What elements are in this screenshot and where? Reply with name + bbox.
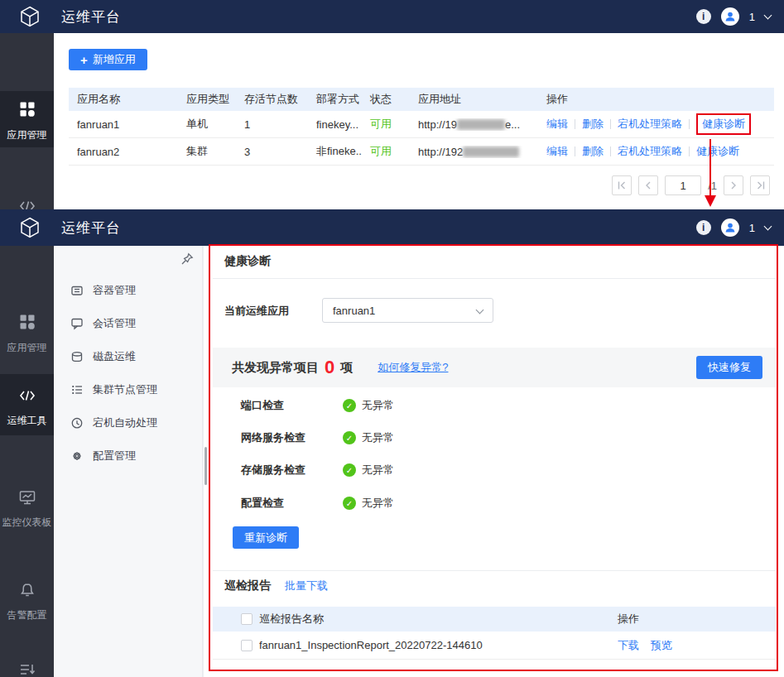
delete-link[interactable]: 删除 [582, 144, 604, 159]
report-title: 巡检报告 [224, 579, 271, 593]
table-row: fanruan1 单机 1 finekey... 可用 http://19e..… [69, 111, 774, 138]
node-count: 3 [236, 146, 308, 158]
col-header: 操作 [538, 92, 774, 107]
health-diagnosis-link[interactable]: 健康诊断 [696, 144, 739, 159]
first-page-button[interactable] [612, 175, 632, 195]
quick-fix-button[interactable]: 快速修复 [696, 356, 762, 379]
check-circle-icon: ✓ [343, 497, 356, 510]
app-select[interactable]: fanruan1 [322, 298, 493, 323]
sidebar-item-alert-config[interactable]: 告警配置 [0, 573, 54, 634]
submenu-item-cluster-node-management[interactable]: 集群节点管理 [54, 373, 203, 406]
row-checkbox[interactable] [241, 640, 253, 651]
abnormal-count: 0 [325, 357, 334, 378]
col-header: 存活节点数 [236, 92, 308, 107]
bottom-sidebar: 应用管理 运维工具 监控仪表板 告警配置 [0, 246, 54, 677]
check-label: 端口检查 [241, 398, 343, 413]
info-icon[interactable]: i [696, 9, 711, 24]
scrollbar-thumb[interactable] [204, 447, 207, 485]
app-list-content: + 新增应用 应用名称 应用类型 存活节点数 部署方式 状态 应用地址 操作 f… [54, 33, 784, 209]
submenu-item-disk-ops[interactable]: 磁盘运维 [54, 340, 203, 373]
logo-icon [18, 216, 41, 239]
rediagnose-button[interactable]: 重新诊断 [233, 526, 299, 549]
downtime-policy-link[interactable]: 宕机处理策略 [618, 144, 682, 159]
preview-link[interactable]: 预览 [651, 638, 672, 653]
batch-download-link[interactable]: 批量下载 [285, 579, 328, 593]
health-diagnosis-link[interactable]: 健康诊断 [702, 118, 745, 130]
page-input[interactable] [665, 175, 701, 195]
app-table: 应用名称 应用类型 存活节点数 部署方式 状态 应用地址 操作 fanruan1… [69, 88, 774, 166]
summary-unit: 项 [340, 360, 353, 376]
status-badge: 可用 [362, 144, 410, 159]
app-url: http://192 [410, 146, 538, 158]
user-avatar-icon[interactable] [721, 218, 739, 237]
health-diagnosis-view: 运维平台 i 1 应用管理 运维工具 [0, 209, 784, 677]
report-table: 巡检报告名称 操作 fanruan1_InspectionReport_2022… [213, 607, 776, 660]
sidebar-item-ops-tools[interactable]: 运维工具 [0, 374, 54, 435]
container-icon [70, 284, 84, 297]
col-header: 操作 [618, 612, 639, 627]
deploy-mode: 非fineke... [308, 144, 362, 159]
alert-bell-icon [19, 583, 36, 598]
grid-icon [19, 101, 36, 118]
app-url: http://19e... [410, 118, 538, 131]
page-title: 健康诊断 [224, 254, 271, 269]
user-avatar-icon[interactable] [721, 7, 739, 26]
report-header: 巡检报告 批量下载 [224, 579, 328, 593]
session-icon [70, 317, 84, 330]
delete-link[interactable]: 删除 [582, 117, 604, 132]
disk-icon [70, 350, 84, 363]
table-header: 应用名称 应用类型 存活节点数 部署方式 状态 应用地址 操作 [69, 88, 774, 111]
divider [213, 570, 776, 571]
summary-bar: 共发现异常项目 0 项 如何修复异常? 快速修复 [213, 348, 776, 387]
submenu-list: 容器管理 会话管理 磁盘运维 集群节点管理 宕机自动处理 [54, 274, 203, 473]
user-count: 1 [749, 222, 755, 234]
check-row: 存储服务检查 ✓ 无异常 [241, 460, 394, 480]
chevron-down-icon[interactable] [764, 222, 772, 230]
status-badge: 可用 [362, 117, 410, 132]
row-operations: 编辑 删除 宕机处理策略 健康诊断 [538, 144, 774, 159]
check-circle-icon: ✓ [343, 463, 356, 477]
submenu-item-config-management[interactable]: 配置管理 [54, 439, 203, 473]
col-header: 巡检报告名称 [259, 612, 618, 627]
sidebar-item-label: 应用管理 [7, 128, 47, 142]
how-to-fix-link[interactable]: 如何修复异常? [378, 360, 448, 375]
download-link[interactable]: 下载 [618, 638, 639, 653]
add-app-button[interactable]: + 新增应用 [69, 49, 147, 70]
info-icon[interactable]: i [696, 220, 711, 235]
redacted-url [463, 146, 519, 157]
divider [610, 119, 611, 129]
divider [689, 146, 690, 156]
submenu-item-session-management[interactable]: 会话管理 [54, 307, 203, 340]
submenu-item-downtime-auto-processing[interactable]: 宕机自动处理 [54, 406, 203, 439]
top-appbar: 运维平台 i 1 [0, 0, 784, 33]
col-header: 应用地址 [410, 92, 538, 107]
check-row: 网络服务检查 ✓ 无异常 [241, 428, 394, 448]
sidebar-item-app-management[interactable]: 应用管理 [0, 91, 54, 147]
pin-icon[interactable] [180, 252, 194, 268]
redacted-url [457, 119, 505, 130]
app-title: 运维平台 [61, 7, 121, 26]
last-page-button[interactable] [750, 175, 770, 195]
chevron-down-icon[interactable] [764, 11, 772, 19]
check-result: 无异常 [362, 463, 394, 478]
divider [575, 119, 575, 129]
sidebar-item-logs[interactable] [0, 652, 54, 677]
prev-page-button[interactable] [638, 175, 658, 195]
check-result: 无异常 [362, 398, 394, 413]
sidebar-item-app-management[interactable]: 应用管理 [0, 304, 54, 360]
edit-link[interactable]: 编辑 [546, 117, 568, 132]
app-name: fanruan1 [69, 118, 178, 131]
node-count: 1 [236, 118, 308, 131]
check-label: 存储服务检查 [241, 463, 343, 478]
grid-icon [19, 314, 36, 330]
check-circle-icon: ✓ [343, 431, 356, 444]
check-label: 网络服务检查 [241, 430, 343, 445]
next-page-button[interactable] [724, 175, 743, 195]
edit-link[interactable]: 编辑 [546, 144, 568, 159]
app-list-view: 运维平台 i 1 应用管理 运维工具 [0, 0, 784, 209]
submenu-item-container-management[interactable]: 容器管理 [54, 274, 203, 307]
app-type: 集群 [178, 144, 236, 159]
sidebar-item-monitor-dashboard[interactable]: 监控仪表板 [0, 480, 54, 541]
downtime-policy-link[interactable]: 宕机处理策略 [618, 117, 682, 132]
select-all-checkbox[interactable] [241, 613, 253, 625]
